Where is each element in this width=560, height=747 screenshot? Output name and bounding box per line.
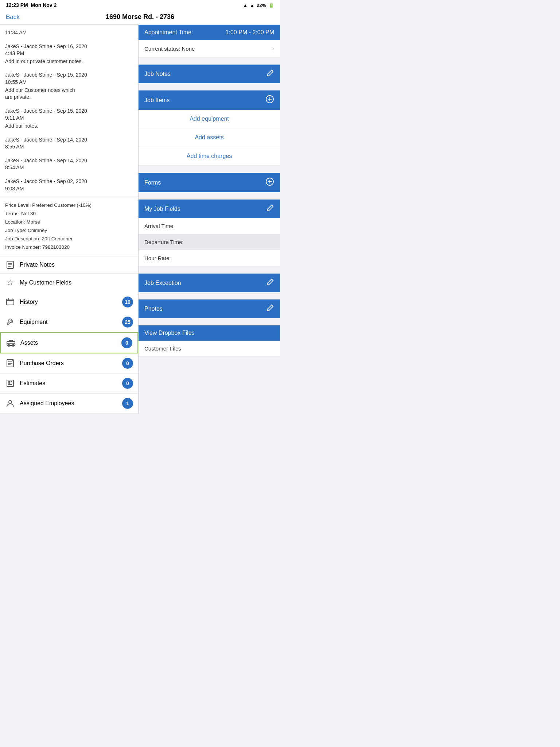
entry-meta: JakeS - Jacob Strine - Sep 15, 20209:11 … [5, 108, 133, 122]
entry-meta: JakeS - Jacob Strine - Sep 14, 20208:54 … [5, 157, 133, 171]
wrench-icon [5, 318, 15, 326]
nav-item-equipment[interactable]: Equipment 25 [0, 312, 138, 332]
nav-label: History [20, 299, 122, 305]
forms-label: Forms [144, 179, 161, 186]
appointment-time-header: Appointment Time: 1:00 PM - 2:00 PM [139, 25, 280, 40]
entry-meta: JakeS - Jacob Strine - Sep 16, 20204:43 … [5, 43, 133, 57]
history-entry: JakeS - Jacob Strine - Sep 02, 20209:08 … [5, 178, 133, 192]
plus-circle-icon[interactable] [265, 95, 274, 105]
spacer [139, 192, 280, 200]
wifi-icon: ▲ [243, 3, 248, 8]
notes-icon [5, 261, 15, 269]
header: Back 1690 Morse Rd. - 2736 [0, 10, 280, 25]
entry-meta: JakeS - Jacob Strine - Sep 02, 20209:08 … [5, 178, 133, 192]
entry-meta: 11:34 AM [5, 29, 133, 36]
edit-icon[interactable] [266, 69, 274, 79]
right-panel: Appointment Time: 1:00 PM - 2:00 PM Curr… [139, 25, 280, 414]
current-status-row[interactable]: Current status: None › [139, 40, 280, 57]
spacer [139, 57, 280, 65]
left-panel: 11:34 AM JakeS - Jacob Strine - Sep 16, … [0, 25, 139, 414]
history-badge: 10 [122, 297, 133, 307]
customer-files-label: Customer Files [144, 345, 181, 352]
nav-label: Private Notes [20, 262, 133, 268]
nav-item-my-customer-fields[interactable]: ☆ My Customer Fields [0, 274, 138, 292]
entry-text: Add our Customer notes whichare private. [5, 87, 133, 101]
job-items-label: Job Items [144, 97, 170, 104]
add-equipment-button[interactable]: Add equipment [139, 110, 280, 128]
assets-icon [6, 339, 16, 347]
entry-meta: JakeS - Jacob Strine - Sep 15, 202010:55… [5, 71, 133, 86]
view-dropbox-files-row[interactable]: View Dropbox Files [139, 325, 280, 341]
person-icon [5, 399, 15, 407]
nav-item-history[interactable]: History 10 [0, 292, 138, 312]
status-time-date: 12:23 PM Mon Nov 2 [6, 2, 57, 8]
add-time-charges-button[interactable]: Add time charges [139, 147, 280, 166]
hour-rate-label: Hour Rate: [144, 255, 171, 261]
job-items-header: Job Items [139, 90, 280, 110]
add-assets-button[interactable]: Add assets [139, 128, 280, 147]
forms-header: Forms [139, 173, 280, 192]
assigned-employees-badge: 1 [122, 398, 133, 409]
my-job-fields-edit-icon[interactable] [266, 204, 274, 214]
svg-rect-17 [7, 380, 13, 387]
equipment-badge: 25 [122, 317, 133, 328]
history-entry: JakeS - Jacob Strine - Sep 16, 20204:43 … [5, 43, 133, 65]
main-layout: 11:34 AM JakeS - Jacob Strine - Sep 16, … [0, 25, 280, 414]
job-exception-label: Job Exception [144, 280, 181, 286]
assets-badge: 0 [121, 337, 132, 348]
nav-item-purchase-orders[interactable]: Purchase Orders 0 [0, 353, 138, 374]
star-icon: ☆ [5, 278, 15, 287]
customer-files-row[interactable]: Customer Files [139, 341, 280, 357]
appointment-time-value: 1:00 PM - 2:00 PM [226, 29, 274, 36]
spacer [139, 266, 280, 274]
forms-plus-icon[interactable] [265, 177, 274, 188]
nav-item-assigned-employees[interactable]: Assigned Employees 1 [0, 394, 138, 414]
svg-rect-4 [7, 299, 14, 305]
nav-label: Purchase Orders [20, 360, 122, 367]
history-entry: JakeS - Jacob Strine - Sep 14, 20208:54 … [5, 157, 133, 171]
nav-label: Equipment [20, 319, 122, 325]
arrival-time-label: Arrival Time: [144, 223, 175, 229]
nav-item-estimates[interactable]: Estimates 0 [0, 374, 138, 394]
nav-label: My Customer Fields [20, 279, 133, 286]
history-entries-section: 11:34 AM JakeS - Jacob Strine - Sep 16, … [0, 25, 138, 197]
departure-time-label: Departure Time: [144, 239, 184, 245]
photos-label: Photos [144, 306, 163, 312]
chevron-icon: › [272, 45, 274, 52]
history-entry: JakeS - Jacob Strine - Sep 14, 20208:55 … [5, 136, 133, 151]
history-entry: 11:34 AM [5, 29, 133, 36]
spacer [139, 292, 280, 299]
photos-edit-icon[interactable] [266, 304, 274, 314]
nav-item-private-notes[interactable]: Private Notes [0, 256, 138, 274]
history-icon [5, 298, 15, 306]
battery-icon: 🔋 [268, 3, 274, 8]
spacer [139, 83, 280, 90]
status-icons: ▲ ▲ 22% 🔋 [243, 3, 274, 8]
status-bar: 12:23 PM Mon Nov 2 ▲ ▲ 22% 🔋 [0, 0, 280, 10]
spacer [139, 318, 280, 325]
purchase-orders-icon [5, 359, 15, 367]
page-title: 1690 Morse Rd. - 2736 [106, 13, 174, 21]
job-notes-header: Job Notes [139, 65, 280, 83]
svg-point-23 [9, 400, 12, 403]
nav-label: Assigned Employees [20, 400, 122, 407]
job-notes-label: Job Notes [144, 71, 171, 77]
my-job-fields-header: My Job Fields [139, 200, 280, 218]
spacer [139, 166, 280, 173]
arrival-time-row: Arrival Time: [139, 218, 280, 234]
entry-text: Add our notes. [5, 123, 133, 130]
job-exception-header: Job Exception [139, 274, 280, 292]
nav-label: Assets [20, 340, 121, 346]
entry-text: Add in our private customer notes. [5, 58, 133, 65]
signal-icon: ▲ [250, 3, 254, 8]
my-job-fields-label: My Job Fields [144, 206, 180, 212]
job-exception-edit-icon[interactable] [266, 278, 274, 288]
nav-item-assets[interactable]: Assets 0 [0, 332, 138, 353]
back-button[interactable]: Back [6, 13, 20, 21]
current-status-label: Current status: None [144, 46, 195, 52]
purchase-orders-badge: 0 [122, 358, 133, 369]
entry-meta: JakeS - Jacob Strine - Sep 14, 20208:55 … [5, 136, 133, 151]
appointment-time-label: Appointment Time: [144, 29, 193, 36]
nav-label: Estimates [20, 380, 122, 387]
battery-level: 22% [257, 3, 266, 8]
